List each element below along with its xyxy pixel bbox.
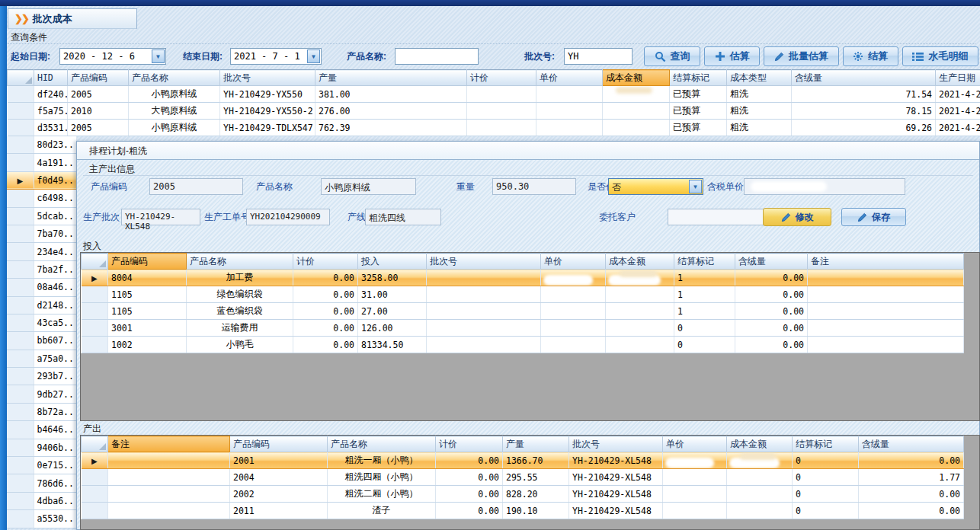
grid-cell-产品编码[interactable]: 8004: [108, 270, 187, 286]
table-row[interactable]: 1105蓝色编织袋0.0027.0010.00: [82, 303, 964, 320]
grid-cell-产品名称[interactable]: 小鸭原料绒: [129, 120, 220, 136]
row-selector[interactable]: [7, 154, 34, 171]
row-selector[interactable]: [8, 103, 34, 120]
grid-cell-投入[interactable]: 126.00: [358, 320, 427, 337]
table-row[interactable]: ▶2001粗洗一厢（小鸭）0.001366.70YH-210429-XL5480…: [82, 452, 964, 469]
table-row[interactable]: 2011渣子0.00190.10YH-210429-XL54800.00: [82, 503, 964, 519]
column-header-备注[interactable]: 备注: [808, 254, 964, 270]
row-selector[interactable]: [7, 421, 34, 439]
grid-cell-含绒量[interactable]: 0.00: [859, 503, 964, 519]
grid-cell-备注[interactable]: [808, 270, 964, 286]
grid-cell-结算标记[interactable]: 已预算: [670, 86, 727, 103]
grid-cell-成本金额[interactable]: [603, 120, 670, 136]
grid-cell-计价[interactable]: 0.00: [436, 452, 503, 469]
column-header-生产日期[interactable]: 生产日期: [936, 70, 980, 86]
grid-cell-批次号[interactable]: YH-210429-XL548: [569, 452, 663, 469]
plus-button[interactable]: 估算: [704, 46, 760, 66]
column-header-产品名称[interactable]: 产品名称: [328, 436, 436, 452]
grid-cell-计价[interactable]: 0.00: [293, 320, 358, 337]
grid-cell-HID[interactable]: a5530..: [34, 510, 76, 528]
grid-cell-成本金额[interactable]: [727, 469, 793, 486]
grid-cell-产品编码[interactable]: 1002: [108, 337, 187, 353]
row-selector[interactable]: [8, 86, 34, 103]
row-selector[interactable]: [7, 492, 34, 509]
grid-cell-单价[interactable]: [536, 86, 603, 103]
table-row[interactable]: a75a0..: [7, 350, 76, 367]
table-row[interactable]: 2004粗洗四厢（小鸭）0.00295.55YH-210429-XL54801.…: [82, 469, 964, 486]
grid-cell-HID[interactable]: f0d49..: [34, 171, 76, 189]
table-row[interactable]: 0e715..: [7, 457, 76, 474]
grid-cell-批次号[interactable]: YH-210429-YX550: [220, 86, 315, 103]
grid-cell-含绒量[interactable]: 0.00: [859, 452, 964, 469]
grid-cell-成本金额[interactable]: [606, 337, 674, 353]
grid-cell-产品编码[interactable]: 3001: [108, 320, 187, 337]
table-row[interactable]: 4a191..: [7, 154, 76, 171]
table-row[interactable]: df240...2005小鸭原料绒YH-210429-YX550381.00已预…: [8, 86, 980, 103]
grid-cell-HID[interactable]: 234e4..: [34, 243, 76, 260]
grid-cell-成本类型[interactable]: 粗洗: [727, 120, 792, 136]
table-row[interactable]: 9406b..: [7, 439, 76, 456]
column-header-计价[interactable]: 计价: [293, 254, 358, 270]
column-header-备注[interactable]: 备注: [108, 436, 230, 452]
row-selector[interactable]: [7, 190, 34, 207]
row-selector[interactable]: [8, 120, 34, 136]
grid-cell-结算标记[interactable]: 1: [674, 303, 735, 320]
column-header-单价[interactable]: 单价: [536, 70, 603, 86]
row-selector-header[interactable]: [82, 254, 108, 270]
grid-cell-成本金额[interactable]: [606, 270, 674, 286]
row-selector[interactable]: [82, 503, 108, 519]
table-row[interactable]: 7ba2f..: [7, 260, 76, 278]
grid-cell-批次号[interactable]: [427, 320, 541, 337]
grid-cell-含绒量[interactable]: 0.00: [859, 486, 964, 503]
grid-cell-单价[interactable]: [541, 270, 606, 286]
grid-cell-成本金额[interactable]: [603, 103, 670, 120]
pencil-button[interactable]: 批量估算: [764, 46, 838, 66]
row-selector[interactable]: [7, 260, 34, 278]
modify-button[interactable]: 修改: [763, 208, 831, 226]
table-row[interactable]: d2148..: [7, 296, 76, 314]
grid-cell-HID[interactable]: 5dcab..: [34, 207, 76, 225]
table-row[interactable]: c6498..: [7, 190, 76, 207]
row-selector[interactable]: ▶: [82, 270, 108, 286]
grid-cell-计价[interactable]: [467, 86, 536, 103]
grid-cell-成本金额[interactable]: [727, 452, 793, 469]
grid-cell-HID[interactable]: 0e715..: [34, 457, 76, 474]
column-header-产品编码[interactable]: 产品编码: [68, 70, 129, 86]
grid-cell-HID[interactable]: 80d23..: [34, 136, 76, 154]
batch-no-input[interactable]: YH: [564, 48, 633, 65]
column-header-产量[interactable]: 产量: [315, 70, 467, 86]
grid-cell-产品名称[interactable]: 粗洗一厢（小鸭）: [328, 452, 436, 469]
grid-cell-产品名称[interactable]: 大鸭原料绒: [129, 103, 220, 120]
grid-cell-批次号[interactable]: [427, 286, 541, 303]
grid-cell-结算标记[interactable]: 1: [674, 270, 735, 286]
grid-cell-HID[interactable]: d3531...: [34, 120, 68, 136]
column-header-计价[interactable]: 计价: [467, 70, 536, 86]
save-button[interactable]: 保存: [841, 208, 906, 226]
grid-cell-单价[interactable]: [663, 486, 727, 503]
table-row[interactable]: bb607..: [7, 332, 76, 350]
grid-cell-结算标记[interactable]: 1: [674, 286, 735, 303]
grid-cell-计价[interactable]: 0.00: [293, 286, 358, 303]
grid-cell-HID[interactable]: df240...: [34, 86, 68, 103]
column-header-结算标记[interactable]: 结算标记: [674, 254, 735, 270]
grid-cell-批次号[interactable]: YH-210429-YX550-2: [220, 103, 315, 120]
grid-cell-产品名称[interactable]: 绿色编织袋: [187, 286, 293, 303]
grid-cell-批次号[interactable]: YH-210429-XL548: [569, 469, 663, 486]
grid-cell-批次号[interactable]: YH-210429-TDLX547: [220, 120, 315, 136]
grid-cell-HID[interactable]: a75a0..: [34, 350, 76, 367]
table-row[interactable]: 234e4..: [7, 243, 76, 260]
table-row[interactable]: 293b7..: [7, 368, 76, 385]
table-row[interactable]: a5530..: [7, 510, 76, 528]
grid-cell-HID[interactable]: d2148..: [34, 296, 76, 314]
column-header-单价[interactable]: 单价: [541, 254, 606, 270]
grid-cell-HID[interactable]: f5a75...: [34, 103, 68, 120]
grid-cell-含绒量[interactable]: 69.26: [792, 120, 936, 136]
row-selector[interactable]: [7, 296, 34, 314]
grid-cell-单价[interactable]: [541, 303, 606, 320]
grid-cell-产品名称[interactable]: 粗洗二厢（小鸭）: [328, 486, 436, 503]
row-selector[interactable]: [7, 279, 34, 296]
table-row[interactable]: 08a46..: [7, 279, 76, 296]
grid-cell-单价[interactable]: [663, 452, 727, 469]
grid-cell-批次号[interactable]: YH-210429-XL548: [569, 503, 663, 519]
grid-cell-产品编码[interactable]: 2004: [230, 469, 328, 486]
